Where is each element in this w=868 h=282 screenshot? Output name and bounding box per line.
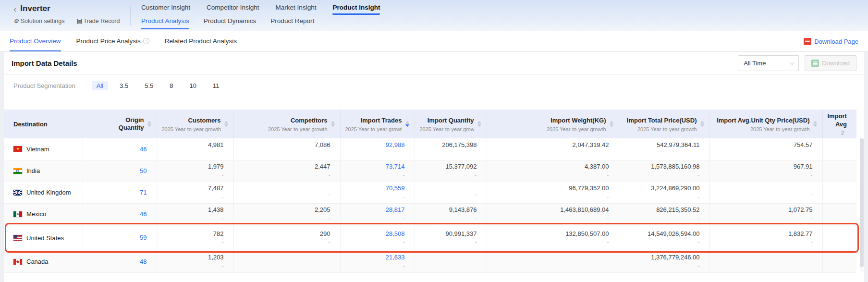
download-page-link[interactable]: Download Page xyxy=(804,31,858,51)
gear-icon xyxy=(13,18,19,25)
section-tab-label: Related Product Analysis xyxy=(165,37,237,45)
section-tab-product-overview[interactable]: Product Overview xyxy=(10,31,61,51)
sort-asc-icon xyxy=(477,121,481,123)
segmentation-option-11[interactable]: 11 xyxy=(208,81,224,90)
import-quantity-cell: 90,991,337- xyxy=(415,225,487,251)
vn-flag-icon xyxy=(13,146,22,152)
cell-value xyxy=(828,147,847,151)
cell-growth-value: - xyxy=(345,238,405,246)
column-label: Import Avg xyxy=(828,112,847,128)
sort-carets-icon[interactable] xyxy=(331,121,335,127)
segmentation-option-all[interactable]: All xyxy=(92,81,108,90)
sort-carets-icon[interactable] xyxy=(147,121,151,127)
competitors-cell: - xyxy=(233,182,340,203)
sort-desc-icon xyxy=(147,124,151,127)
time-filter-select[interactable]: All Time xyxy=(738,55,799,71)
cell-growth-value: - xyxy=(162,238,224,246)
sort-asc-icon xyxy=(813,121,817,123)
cell-growth-value: - xyxy=(345,215,405,223)
cell-value xyxy=(828,259,847,264)
column-subtitle: 2025 Year-to-year growth xyxy=(624,126,697,132)
import-trades-cell: 70,559- xyxy=(340,182,415,203)
cell-value[interactable]: 21,633 xyxy=(345,253,405,262)
cell-value[interactable]: 92,988 xyxy=(345,140,405,150)
cell-value xyxy=(828,190,847,195)
cell-value: 90,991,337 xyxy=(420,229,477,239)
sub-tab-product-report[interactable]: Product Report xyxy=(270,17,314,29)
segmentation-option-3-5[interactable]: 3.5 xyxy=(115,81,133,90)
import-quantity-cell: - xyxy=(415,251,487,272)
sort-carets-icon[interactable] xyxy=(700,121,704,127)
info-icon xyxy=(143,38,149,44)
segmentation-options: All3.55.581011 xyxy=(92,81,224,90)
sort-carets-icon[interactable] xyxy=(477,121,481,127)
trade-record-label: Trade Record xyxy=(84,18,120,25)
sub-tab-product-dynamics[interactable]: Product Dynamics xyxy=(204,17,257,29)
import-weight-cell: 1,463,810,689.04- xyxy=(487,203,619,225)
sort-asc-icon xyxy=(405,121,409,123)
vertical-scrollbar[interactable] xyxy=(860,138,864,272)
sort-desc-icon xyxy=(224,124,228,127)
cell-value: 2,047,319.42 xyxy=(492,140,609,150)
segmentation-option-5-5[interactable]: 5.5 xyxy=(140,81,158,90)
sort-carets-icon[interactable] xyxy=(813,121,817,127)
customers-cell: 1,203- xyxy=(157,251,233,272)
segmentation-option-10[interactable]: 10 xyxy=(184,81,201,90)
section-tab-product-price-analysis[interactable]: Product Price Analysis xyxy=(76,31,149,51)
download-button-label: Download xyxy=(822,60,850,67)
main-tab-market-insight[interactable]: Market Insight xyxy=(276,4,317,15)
main-tab-customer-insight[interactable]: Customer Insight xyxy=(141,4,190,15)
origin-quantity-value[interactable]: 50 xyxy=(88,166,147,176)
column-header-destination: Destination xyxy=(4,110,83,138)
column-header-import-avg: Import Avg2 xyxy=(822,110,856,138)
sub-tab-product-analysis[interactable]: Product Analysis xyxy=(141,17,189,29)
sort-carets-icon[interactable] xyxy=(224,121,228,127)
cell-value[interactable]: 73,714 xyxy=(345,162,405,172)
column-subtitle: 2025 Year-to-year growth xyxy=(492,126,606,132)
cell-value[interactable]: 28,508 xyxy=(345,229,405,239)
table-row-mexico: Mexico461,438-2,205-28,817-9,143,876-1,4… xyxy=(4,203,856,225)
cell-value xyxy=(420,186,477,191)
main-tab-product-insight[interactable]: Product Insight xyxy=(332,4,380,15)
column-subtitle: 2025 Year-to-year growth xyxy=(420,126,474,132)
cell-growth-value: - xyxy=(715,215,813,223)
column-header-import-trades: Import Trades2025 Year-to-year growth xyxy=(340,110,415,138)
main-tab-bar: Customer InsightCompetitor InsightMarket… xyxy=(141,0,380,15)
cell-growth-value: - xyxy=(162,262,224,270)
customers-cell: 1,438- xyxy=(157,203,233,225)
import-total-price-cell: 1,573,885,160.98- xyxy=(619,160,709,182)
import-avg-unit-qty-price-cell: 967.91- xyxy=(709,160,822,182)
main-tab-competitor-insight[interactable]: Competitor Insight xyxy=(207,4,259,15)
trade-record-link[interactable]: Trade Record xyxy=(77,18,120,25)
sort-carets-icon[interactable] xyxy=(405,121,409,127)
origin-quantity-value[interactable]: 46 xyxy=(88,209,147,219)
column-header-competitors: Competitors2025 Year-to-year growth xyxy=(233,110,340,138)
competitors-cell: - xyxy=(233,251,340,272)
sort-desc-icon xyxy=(477,124,481,127)
cell-value: 9,143,876 xyxy=(420,205,477,215)
cell-value[interactable]: 70,559 xyxy=(345,184,405,193)
cell-growth-value: - xyxy=(715,260,813,268)
origin-quantity-value[interactable]: 59 xyxy=(88,233,147,243)
origin-quantity-value[interactable]: 71 xyxy=(88,188,147,197)
cell-growth-value: - xyxy=(624,193,700,201)
import-data-panel: Import Data Details All Time Download Pr… xyxy=(4,52,864,282)
cell-growth-value: - xyxy=(715,150,813,158)
origin-quantity-cell: 50 xyxy=(83,160,157,182)
origin-quantity-value[interactable]: 46 xyxy=(88,145,147,154)
competitors-cell: 2,447- xyxy=(233,160,340,182)
download-button[interactable]: Download xyxy=(805,55,856,71)
solution-settings-link[interactable]: Solution settings xyxy=(13,18,65,25)
back-chevron-icon[interactable]: ‹ xyxy=(13,4,16,13)
import-weight-cell: 4,387.00- xyxy=(487,160,619,182)
cell-value[interactable]: 28,817 xyxy=(345,205,405,215)
column-header-import-quantity: Import Quantity2025 Year-to-year growth xyxy=(415,110,487,138)
segmentation-option-8[interactable]: 8 xyxy=(165,81,178,90)
section-tab-related-product-analysis[interactable]: Related Product Analysis xyxy=(165,31,237,51)
sort-carets-icon[interactable] xyxy=(610,121,613,127)
origin-quantity-value[interactable]: 48 xyxy=(88,257,147,267)
table-row-vietnam: Vietnam464,981-7,086-92,988-206,175,398-… xyxy=(4,138,856,160)
cell-growth-value: - xyxy=(420,150,477,158)
gb-flag-icon xyxy=(13,190,22,196)
cell-value xyxy=(420,255,477,260)
